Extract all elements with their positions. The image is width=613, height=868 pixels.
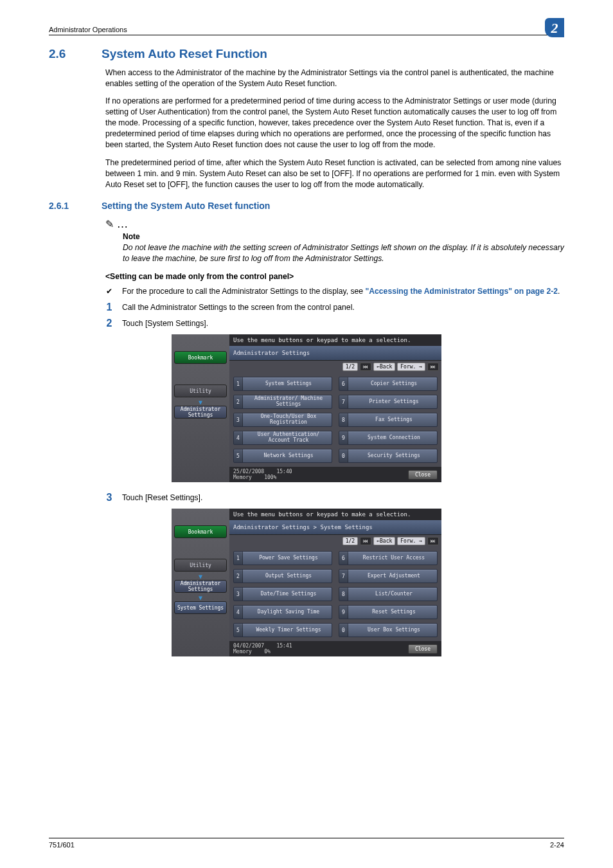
arrow-down-icon: ▼ [172, 594, 229, 601]
subsection-number: 2.6.1 [49, 201, 102, 211]
note-label: Note [123, 232, 564, 241]
menu-item-button[interactable]: 0Security Settings [339, 449, 438, 463]
footer-date: 04/02/2007 [233, 643, 264, 649]
page-indicator: 1/2 [342, 363, 358, 371]
menu-item-label: Power Save Settings [245, 556, 332, 561]
section-number: 2.6 [49, 47, 102, 61]
menu-item-label: Network Settings [245, 453, 332, 459]
menu-item-label: User Box Settings [351, 628, 437, 633]
system-settings-button[interactable]: System Settings [174, 601, 227, 614]
menu-item-number: 6 [339, 552, 348, 565]
step-number: 3 [96, 493, 122, 503]
menu-item-button[interactable]: 1Power Save Settings [233, 551, 332, 565]
menu-item-button[interactable]: 4User Authentication/ Account Track [233, 431, 332, 445]
menu-item-label: Fax Settings [351, 417, 437, 423]
menu-item-button[interactable]: 9Reset Settings [339, 605, 438, 619]
menu-item-label: Security Settings [351, 453, 437, 459]
menu-item-number: 1 [234, 552, 243, 565]
menu-item-button[interactable]: 2Output Settings [233, 569, 332, 583]
menu-item-button[interactable]: 3One-Touch/User Box Registration [233, 413, 332, 427]
menu-item-number: 4 [234, 606, 243, 619]
running-header: Administrator Operations [49, 26, 127, 33]
menu-item-number: 3 [234, 413, 243, 426]
nav-prev-icon[interactable]: ⏮ [360, 537, 371, 545]
menu-item-label: Printer Settings [351, 399, 437, 405]
system-settings-screenshot: Bookmark Utility ▼ Administrator Setting… [172, 509, 441, 656]
admin-settings-button[interactable]: Administrator Settings [174, 580, 227, 593]
footer-mem-val: 100% [264, 475, 276, 480]
arrow-down-icon: ▼ [172, 399, 229, 406]
utility-button[interactable]: Utility [174, 559, 227, 572]
menu-item-number: 1 [234, 377, 243, 390]
body-para: When access to the Administrator of the … [105, 68, 564, 89]
menu-item-button[interactable]: 7Printer Settings [339, 395, 438, 409]
nav-next-icon[interactable]: ⏭ [427, 537, 439, 545]
menu-item-label: Expert Adjustment [351, 574, 437, 579]
cross-reference-link[interactable]: "Accessing the Administrator Settings" o… [365, 287, 558, 296]
menu-item-button[interactable]: 8Fax Settings [339, 413, 438, 427]
menu-item-number: 2 [234, 395, 243, 408]
footer-time: 15:40 [276, 469, 292, 475]
menu-item-button[interactable]: 0User Box Settings [339, 623, 438, 637]
nav-prev-icon[interactable]: ⏮ [360, 363, 371, 371]
step-1: 1 Call the Administrator Settings to the… [96, 302, 564, 313]
forward-button[interactable]: Forw. → [397, 363, 425, 371]
body-para: The predetermined period of time, after … [105, 158, 564, 190]
ref-text-pre: For the procedure to call the Administra… [122, 287, 365, 296]
menu-item-label: Reset Settings [351, 610, 437, 615]
breadcrumb: Administrator Settings [229, 346, 441, 361]
check-icon: ✔ [96, 286, 122, 297]
menu-item-label: System Connection [351, 435, 437, 441]
close-button[interactable]: Close [408, 644, 438, 654]
menu-item-label: User Authentication/ Account Track [245, 432, 332, 444]
bookmark-button[interactable]: Bookmark [174, 525, 227, 538]
menu-item-button[interactable]: 3Date/Time Settings [233, 587, 332, 601]
menu-item-button[interactable]: 2Administrator/ Machine Settings [233, 395, 332, 409]
menu-item-button[interactable]: 7Expert Adjustment [339, 569, 438, 583]
menu-item-button[interactable]: 5Network Settings [233, 449, 332, 463]
utility-button[interactable]: Utility [174, 384, 227, 397]
menu-item-button[interactable]: 5Weekly Timer Settings [233, 623, 332, 637]
close-button[interactable]: Close [408, 470, 438, 480]
menu-item-button[interactable]: 8List/Counter [339, 587, 438, 601]
admin-settings-button[interactable]: Administrator Settings [174, 406, 227, 419]
arrow-down-icon: ▼ [172, 573, 229, 580]
menu-item-button[interactable]: 6Restrict User Access [339, 551, 438, 565]
subsection-title: Setting the System Auto Reset function [102, 201, 270, 211]
menu-item-number: 4 [234, 431, 243, 444]
footer-page: 2-24 [550, 841, 564, 849]
footer-mem-val: 0% [264, 649, 271, 655]
step-3: 3 Touch [Reset Settings]. [96, 493, 564, 503]
menu-item-number: 0 [339, 624, 348, 637]
ref-text-post: . [558, 287, 560, 296]
step-text: Call the Administrator Settings to the s… [122, 302, 355, 313]
menu-item-button[interactable]: 1System Settings [233, 377, 332, 391]
body-para: If no operations are performed for a pre… [105, 96, 564, 150]
menu-item-number: 3 [234, 588, 243, 601]
menu-item-label: System Settings [245, 381, 332, 387]
subsection-heading: 2.6.1Setting the System Auto Reset funct… [49, 201, 564, 211]
chapter-badge: 2 [545, 18, 564, 37]
forward-button[interactable]: Forw. → [397, 537, 425, 545]
instruction-text: Use the menu buttons or keypad to make a… [229, 509, 441, 520]
menu-item-label: Date/Time Settings [245, 592, 332, 597]
page-indicator: 1/2 [342, 537, 358, 545]
menu-item-label: Administrator/ Machine Settings [245, 396, 332, 408]
menu-item-label: Weekly Timer Settings [245, 628, 332, 633]
footer-mem-label: Memory [233, 649, 252, 655]
back-button[interactable]: ←Back [373, 537, 395, 545]
step-text: Touch [System Settings]. [122, 318, 208, 329]
section-heading: 2.6System Auto Reset Function [49, 47, 564, 61]
menu-item-button[interactable]: 6Copier Settings [339, 377, 438, 391]
back-button[interactable]: ←Back [373, 363, 395, 371]
footer-model: 751/601 [49, 841, 75, 849]
step-text: Touch [Reset Settings]. [122, 493, 202, 503]
menu-item-number: 6 [339, 377, 348, 390]
bookmark-button[interactable]: Bookmark [174, 351, 227, 364]
menu-item-button[interactable]: 4Daylight Saving Time [233, 605, 332, 619]
footer-time: 15:41 [276, 643, 292, 649]
nav-next-icon[interactable]: ⏭ [427, 363, 439, 371]
admin-settings-screenshot: Bookmark Utility ▼ Administrator Setting… [172, 334, 441, 482]
menu-item-button[interactable]: 9System Connection [339, 431, 438, 445]
sub-heading: <Setting can be made only from the contr… [105, 272, 564, 281]
